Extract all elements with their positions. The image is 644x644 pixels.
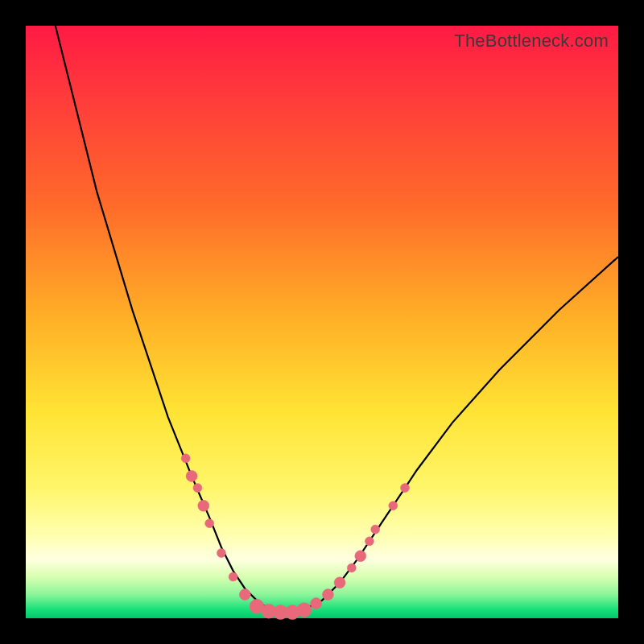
curve-marker bbox=[229, 572, 237, 581]
bottleneck-chart bbox=[26, 26, 618, 618]
curve-marker bbox=[322, 589, 333, 601]
curve-markers bbox=[181, 454, 409, 620]
curve-marker bbox=[205, 519, 214, 528]
curve-marker bbox=[181, 454, 190, 463]
curve-marker bbox=[355, 551, 366, 562]
bottleneck-curve-line bbox=[56, 26, 618, 613]
curve-marker bbox=[347, 564, 356, 572]
plot-area: TheBottleneck.com bbox=[26, 26, 618, 618]
curve-marker bbox=[371, 525, 380, 534]
curve-marker bbox=[365, 537, 374, 546]
curve-marker bbox=[389, 502, 398, 510]
frame: TheBottleneck.com bbox=[0, 0, 644, 644]
curve-marker bbox=[217, 549, 225, 558]
curve-marker bbox=[198, 500, 209, 511]
curve-marker bbox=[239, 589, 250, 601]
curve-marker bbox=[311, 598, 322, 609]
curve-marker bbox=[401, 484, 410, 493]
curve-marker bbox=[186, 470, 197, 481]
curve-marker bbox=[297, 603, 312, 617]
curve-marker bbox=[193, 484, 202, 493]
curve-marker bbox=[334, 577, 345, 588]
